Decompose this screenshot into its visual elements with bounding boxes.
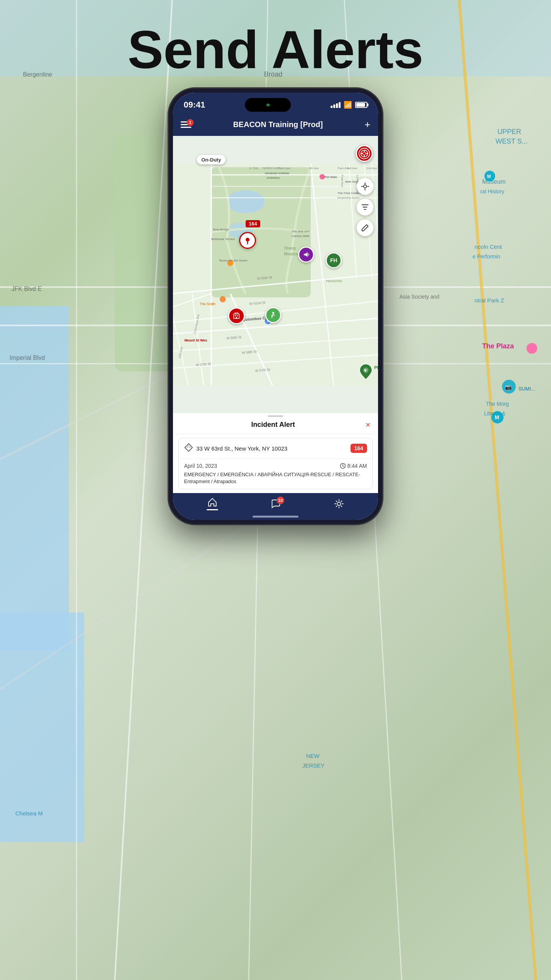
svg-text:Heckscher: Heckscher [326,279,342,283]
status-time: 09:41 [184,100,205,110]
svg-text:SUMI...: SUMI... [518,386,535,392]
svg-text:of America: of America [267,176,279,179]
menu-badge: 1 [187,119,194,126]
svg-rect-1 [0,612,84,842]
svg-text:2nd Ave: 2nd Ave [366,167,377,170]
svg-text:temporarily closed: temporarily closed [337,196,359,199]
location-icon [360,182,370,191]
chain-icon: ⚭ [265,101,271,109]
home-bar [253,516,298,518]
diamond-icon [184,443,193,452]
page-title: Send Alerts [0,23,551,77]
battery-fill [356,103,365,107]
wifi-icon: 📶 [344,101,352,109]
count-number: 164 [246,220,260,227]
svg-text:UPPER: UPPER [497,128,521,136]
incident-header: Incident Alert × [173,413,378,434]
location-button[interactable] [357,178,373,195]
runner-marker[interactable] [265,307,281,323]
plan-label: Plan [374,365,378,370]
filter-icon [361,203,369,211]
svg-text:WEST S...: WEST S... [496,137,528,145]
svg-text:Asia Society and: Asia Society and [399,294,439,300]
alert-address: 33 W 63rd St., New York, NY 10023 [196,445,350,452]
svg-text:ral History: ral History [480,188,504,194]
menu-line [181,127,191,128]
svg-text:Literary Walk: Literary Walk [292,234,310,238]
status-icons: 📶 [331,101,367,109]
green-location-marker[interactable]: ▼ Plan [359,363,373,382]
svg-text:The Mark: The Mark [324,175,337,179]
svg-line-11 [459,0,536,980]
edit-button[interactable] [357,219,373,236]
lifebuoy-icon [360,149,368,158]
gear-icon [334,498,344,509]
svg-rect-118 [236,317,237,318]
alert-address-row: 33 W 63rd St., New York, NY 10023 164 [179,438,372,459]
app-header: 1 BEACON Training [Prod] + [173,115,378,136]
alert-count-pill: 164 [350,444,367,453]
svg-text:📷: 📷 [505,384,512,390]
filter-button[interactable] [357,199,373,216]
alert-meta: April 10, 2023 8:44 AM [184,463,367,469]
fh-marker[interactable]: FH [326,252,342,268]
tab-home[interactable] [207,497,218,510]
alerts-badge: 10 [277,497,284,504]
direction-icon [184,443,193,454]
svg-text:Tavern On the Green: Tavern On the Green [219,259,248,262]
tab-alerts[interactable]: 10 [271,498,281,509]
svg-point-125 [337,502,341,505]
pin-marker[interactable] [239,232,256,249]
megaphone-marker[interactable] [298,247,314,263]
map-tiles: W 65th St W 62nd St 59 St - Columbus Cir… [173,136,378,413]
bar3 [336,103,338,108]
pencil-icon [361,224,369,232]
svg-point-119 [272,312,274,314]
dynamic-island: ⚭ [245,98,291,112]
svg-rect-117 [237,315,238,316]
svg-text:ncoln Cent: ncoln Cent [474,243,502,250]
phone-screen: 09:41 ⚭ 📶 [173,93,378,520]
svg-text:Meadow: Meadow [284,252,300,256]
panel-scroll[interactable]: 33 W 63rd St., New York, NY 10023 164 Ap… [173,434,378,493]
svg-point-103 [363,152,366,155]
map-area[interactable]: W 65th St W 62nd St 59 St - Columbus Cir… [173,136,378,413]
alert-card: 33 W 63rd St., New York, NY 10023 164 Ap… [178,438,373,489]
svg-point-43 [227,190,265,213]
close-button[interactable]: × [365,420,370,430]
svg-text:▼: ▼ [363,368,368,373]
svg-line-124 [343,466,344,467]
alert-details-row: April 10, 2023 8:44 AM [179,459,372,489]
building-icon [232,312,241,320]
bottom-panel: Incident Alert × 33 W 63rd St., [173,413,378,493]
bar4 [339,102,341,108]
alert-time: 8:44 AM [347,463,367,469]
tab-settings[interactable] [334,498,344,509]
bar2 [333,105,335,108]
svg-text:The Morg: The Morg [486,401,509,407]
home-indicator [173,513,378,520]
svg-point-113 [246,238,249,242]
svg-text:5th Ave: 5th Ave [309,167,319,170]
svg-text:JFK Blvd E: JFK Blvd E [11,286,42,292]
phone-device: 09:41 ⚭ 📶 [168,88,383,524]
building-marker[interactable] [228,307,245,324]
clock-icon [340,463,346,469]
add-button[interactable]: + [365,119,370,131]
battery-icon [355,102,367,108]
on-duty-label: On-Duty [197,155,225,165]
svg-text:3rd Ave: 3rd Ave [347,167,358,170]
bar1 [331,106,333,108]
drag-handle[interactable] [268,415,283,417]
signal-icon [331,102,341,108]
svg-text:M: M [487,174,491,179]
sos-marker[interactable] [356,145,373,162]
svg-rect-116 [235,315,236,316]
alert-description: EMERGENCY / EMERGÉNCIA / АВАРІЙНА СИТУАЦ… [184,471,367,485]
svg-text:Bow-Bridge: Bow-Bridge [213,228,229,231]
green-pin-icon: ▼ [359,363,373,380]
menu-button[interactable]: 1 [181,121,191,128]
svg-text:Sheep: Sheep [284,246,296,250]
svg-text:E 79th: E 79th [249,167,258,170]
svg-text:Ignatius Loyola: Ignatius Loyola [263,167,281,170]
